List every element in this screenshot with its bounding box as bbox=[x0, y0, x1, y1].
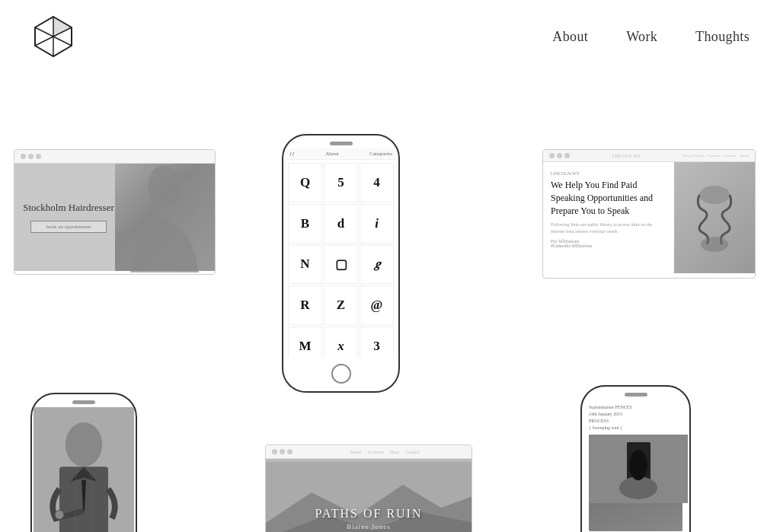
journal-phone-speaker bbox=[625, 393, 647, 397]
stockholm-text-area: Stockholm Hairdresser book an appointmen… bbox=[14, 164, 123, 271]
svg-point-7 bbox=[699, 186, 730, 204]
speaking-text-block: LINCOLN.WY We Help You Find Paid Speakin… bbox=[543, 162, 674, 273]
logo[interactable] bbox=[30, 14, 76, 59]
font-cell-3[interactable]: B bbox=[288, 204, 322, 244]
dot1 bbox=[21, 154, 26, 159]
svg-point-6 bbox=[148, 165, 181, 208]
stockholm-title: Stockholm Hairdresser bbox=[23, 202, 114, 215]
ruin-nav-4: Contact bbox=[405, 450, 420, 454]
sdot1 bbox=[549, 153, 555, 158]
suit-phone-speaker bbox=[72, 400, 95, 404]
browser-bar-stockholm bbox=[14, 150, 215, 164]
speaking-nav1: How it Works bbox=[683, 154, 705, 158]
font-cell-1[interactable]: 5 bbox=[324, 163, 358, 202]
stockholm-content: Stockholm Hairdresser book an appointmen… bbox=[14, 164, 215, 271]
speaking-main-title: We Help You Find Paid Speaking Opportuni… bbox=[551, 179, 667, 217]
speaking-links: For Affiliations #LinkedIn/Affiliations bbox=[551, 239, 667, 248]
stockholm-person-image bbox=[115, 164, 216, 271]
font-cell-7[interactable]: ▢ bbox=[324, 245, 358, 285]
ruin-nav-2: Archives bbox=[367, 450, 384, 454]
svg-point-11 bbox=[66, 422, 103, 467]
phone-screen-font: ƒƒ About Categories Q 5 4 B d i N ▢ 𝑔 R … bbox=[285, 148, 397, 358]
font-cell-6[interactable]: N bbox=[288, 245, 322, 285]
rdot3 bbox=[287, 449, 292, 454]
font-cell-9[interactable]: R bbox=[288, 285, 322, 325]
portfolio-grid: Stockholm Hairdresser book an appointmen… bbox=[0, 73, 780, 532]
nav-about[interactable]: About bbox=[552, 29, 588, 45]
journal-phone-screen: Stationmaster FENCES 24th January 2015 P… bbox=[583, 400, 688, 532]
phone-nav-bar: ƒƒ About Categories bbox=[285, 148, 397, 160]
sdot2 bbox=[557, 153, 562, 158]
font-cell-0[interactable]: Q bbox=[288, 163, 322, 202]
dot2 bbox=[28, 154, 34, 159]
journal-line3: PROCESS bbox=[589, 418, 682, 425]
suit-photo bbox=[34, 407, 134, 532]
speaking-subtitle-small: LINCOLN.WY bbox=[551, 171, 667, 176]
svg-point-8 bbox=[701, 237, 728, 252]
speaking-nav2: Podcasts bbox=[708, 154, 721, 158]
card-ruin: About Archives Shop Contact bbox=[265, 444, 472, 532]
dot3 bbox=[36, 154, 41, 159]
speaking-body-text: Following links are public library to ac… bbox=[551, 221, 667, 234]
card-stockholm: Stockholm Hairdresser book an appointmen… bbox=[14, 149, 216, 275]
journal-phone-top bbox=[582, 387, 689, 400]
speaking-url: LINCOLN.WY bbox=[612, 154, 641, 158]
speaking-image bbox=[674, 162, 755, 273]
journal-photo bbox=[589, 435, 682, 531]
font-nav-about: About bbox=[325, 151, 339, 157]
phone-bottom-bar bbox=[331, 358, 351, 391]
font-brand: ƒƒ bbox=[289, 151, 295, 157]
phone-suit bbox=[30, 393, 137, 532]
ruin-content: PATHS OF RUIN Blaine Jones bbox=[266, 459, 472, 532]
ruin-nav-1: About bbox=[350, 450, 361, 454]
speaking-nav3: Courses bbox=[724, 154, 736, 158]
phone-speaker bbox=[330, 142, 353, 145]
font-cell-12[interactable]: M bbox=[288, 327, 322, 358]
nav-work[interactable]: Work bbox=[626, 29, 657, 45]
speaking-nav4: About bbox=[739, 154, 749, 158]
font-cell-11[interactable]: @ bbox=[360, 285, 394, 325]
speaking-browser-bar: LINCOLN.WY How it Works Podcasts Courses… bbox=[543, 150, 755, 162]
nav-thoughts[interactable]: Thoughts bbox=[695, 29, 750, 45]
font-cell-13[interactable]: x bbox=[324, 327, 358, 358]
ruin-subtitle: Blaine Jones bbox=[347, 523, 391, 530]
font-cell-8[interactable]: 𝑔 bbox=[360, 245, 394, 285]
ruin-browser-bar: About Archives Shop Contact bbox=[266, 445, 472, 459]
phone-journal: Stationmaster FENCES 24th January 2015 P… bbox=[580, 385, 691, 532]
phone-home-button[interactable] bbox=[331, 364, 351, 384]
font-cell-2[interactable]: 4 bbox=[360, 163, 394, 202]
font-grid: Q 5 4 B d i N ▢ 𝑔 R Z @ M x 3 bbox=[285, 160, 397, 358]
stockholm-booking-input[interactable]: book an appointment bbox=[30, 221, 107, 233]
journal-line4: { Sweeping soul } bbox=[589, 425, 682, 432]
main-nav: About Work Thoughts bbox=[552, 29, 750, 45]
journal-meta: Stationmaster FENCES 24th January 2015 P… bbox=[589, 404, 682, 432]
speaking-link2[interactable]: #LinkedIn/Affiliations bbox=[551, 244, 667, 248]
font-cell-5[interactable]: i bbox=[360, 204, 394, 244]
font-cell-4[interactable]: d bbox=[324, 204, 358, 244]
suit-phone-top bbox=[32, 394, 136, 407]
font-nav-categories: Categories bbox=[369, 151, 392, 157]
suit-phone-screen bbox=[34, 407, 134, 532]
rdot2 bbox=[280, 449, 285, 454]
font-cell-14[interactable]: 3 bbox=[360, 327, 394, 358]
svg-point-36 bbox=[629, 450, 647, 480]
phone-font-catalog: ƒƒ About Categories Q 5 4 B d i N ▢ 𝑔 R … bbox=[282, 134, 400, 393]
phone-top-bar bbox=[283, 135, 398, 148]
font-cell-10[interactable]: Z bbox=[324, 285, 358, 325]
journal-line1: Stationmaster FENCES bbox=[589, 404, 682, 411]
rdot1 bbox=[272, 449, 277, 454]
speaking-content: LINCOLN.WY We Help You Find Paid Speakin… bbox=[543, 162, 755, 273]
ruin-nav-3: Shop bbox=[390, 450, 399, 454]
card-speaking: LINCOLN.WY How it Works Podcasts Courses… bbox=[542, 149, 756, 279]
ruin-title: PATHS OF RUIN bbox=[315, 507, 423, 521]
svg-marker-4 bbox=[53, 17, 72, 37]
journal-line2: 24th January 2015 bbox=[589, 411, 682, 418]
svg-point-15 bbox=[55, 510, 64, 519]
journal-content: Stationmaster FENCES 24th January 2015 P… bbox=[583, 400, 688, 532]
sdot3 bbox=[564, 153, 570, 158]
